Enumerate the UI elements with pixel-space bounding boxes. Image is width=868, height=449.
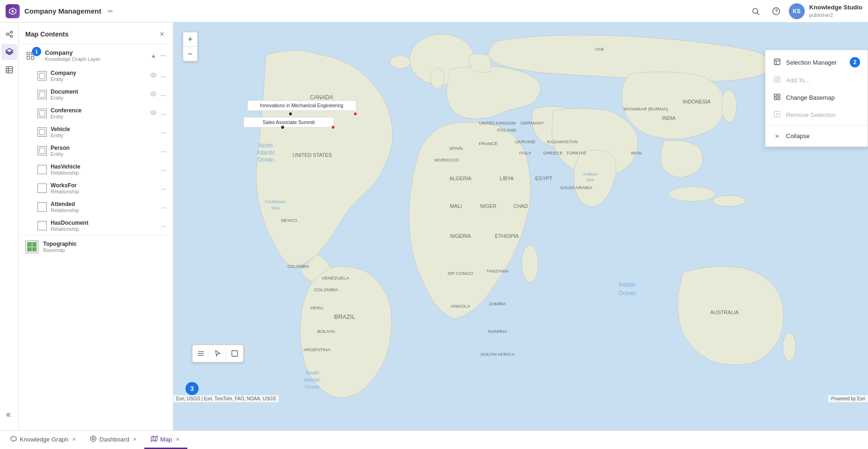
edit-title-icon[interactable]: ✏: [108, 7, 113, 15]
layer-more-button[interactable]: ···: [160, 110, 166, 118]
map-list-button[interactable]: [193, 345, 209, 362]
svg-rect-108: [774, 80, 777, 82]
svg-text:GREECE: GREECE: [543, 150, 563, 155]
dropdown-selection-manager[interactable]: Selection Manager 2: [765, 53, 868, 72]
tab-dashboard[interactable]: Dashboard ×: [83, 431, 144, 449]
basemap-icon: [25, 240, 38, 253]
tab-knowledge-graph[interactable]: Knowledge Graph ×: [4, 431, 83, 449]
svg-rect-113: [778, 97, 780, 100]
layer-icon: [37, 109, 47, 118]
svg-rect-103: [774, 59, 780, 65]
svg-marker-120: [151, 436, 157, 442]
layer-icon: [37, 221, 47, 230]
map-area[interactable]: CANADA UNITED STATES BRAZIL COLOMBIA ARG…: [173, 22, 868, 430]
svg-text:TÜRKİYE: TÜRKİYE: [566, 150, 586, 155]
layer-item-hasdocument[interactable]: HasDocument Relationship ···: [19, 216, 173, 235]
layer-item-worksfor[interactable]: WorksFor Relationship ···: [19, 179, 173, 198]
svg-point-6: [6, 33, 8, 36]
dropdown-selection-manager-label: Selection Manager: [786, 59, 837, 66]
map-rectangle-button[interactable]: [226, 345, 243, 362]
layer-info: Attended Relationship: [51, 201, 156, 213]
svg-text:Caribbean: Caribbean: [265, 199, 286, 204]
svg-point-33: [722, 90, 737, 122]
tab-dashboard-close[interactable]: ×: [132, 436, 138, 442]
svg-text:South: South: [305, 370, 319, 375]
layer-group-header[interactable]: 1 Company Knowledge Graph Layer ▲ ···: [19, 44, 173, 66]
layer-info: Conference Entity: [51, 107, 147, 119]
layer-more-button[interactable]: ···: [160, 147, 166, 155]
svg-rect-112: [774, 97, 777, 100]
layer-item-attended[interactable]: Attended Relationship ···: [19, 198, 173, 216]
tab-map[interactable]: Map ×: [144, 431, 187, 449]
svg-text:Ural: Ural: [595, 46, 604, 52]
svg-text:Sea: Sea: [586, 177, 594, 182]
layer-item-document[interactable]: Document Entity ···: [19, 85, 173, 104]
dropdown-collapse[interactable]: » Collapse: [765, 128, 868, 144]
svg-text:IRAN: IRAN: [631, 150, 642, 155]
sidebar-table-btn[interactable]: [1, 62, 17, 78]
svg-text:AUSTRALIA: AUSTRALIA: [710, 309, 739, 315]
svg-text:ANGOLA: ANGOLA: [451, 303, 470, 309]
layer-more-button[interactable]: ···: [160, 128, 166, 136]
svg-text:ALGERIA: ALGERIA: [449, 176, 472, 181]
svg-rect-18: [27, 56, 30, 59]
layer-more-button[interactable]: ···: [160, 203, 166, 211]
dropdown-remove-selection: Remove Selection: [765, 106, 868, 124]
app-title: Company Management: [24, 7, 101, 15]
layer-item-company[interactable]: Company Entity ···: [19, 66, 173, 85]
layer-visibility-toggle[interactable]: [150, 72, 156, 80]
svg-text:LIBYA: LIBYA: [500, 176, 514, 181]
add-to-icon: [773, 76, 781, 85]
layer-item-person[interactable]: Person Entity ···: [19, 141, 173, 160]
basemap-type: Basemap: [43, 247, 166, 253]
layer-more-button[interactable]: ···: [160, 184, 166, 192]
layer-more-button[interactable]: ···: [160, 91, 166, 99]
remove-selection-icon: [773, 110, 781, 119]
map-select-button[interactable]: [209, 345, 226, 362]
icon-sidebar: [0, 22, 19, 430]
basemap-item[interactable]: Topographic Basemap: [19, 236, 173, 258]
svg-point-8: [10, 35, 13, 37]
panel-close-button[interactable]: ×: [157, 29, 166, 39]
svg-text:BOLIVIA: BOLIVIA: [317, 329, 335, 334]
svg-point-98: [331, 125, 335, 129]
dropdown-collapse-label: Collapse: [786, 132, 810, 140]
dropdown-change-basemap[interactable]: Change Basemap: [765, 89, 868, 106]
sidebar-collapse-btn[interactable]: [1, 407, 17, 423]
svg-point-96: [354, 112, 357, 116]
layer-visibility-toggle[interactable]: [150, 91, 156, 98]
layer-more-button[interactable]: ···: [160, 222, 166, 230]
help-button[interactable]: [768, 3, 784, 19]
svg-rect-20: [39, 73, 45, 79]
svg-rect-22: [39, 92, 45, 97]
map-toolbar: [192, 345, 244, 362]
sidebar-connections-btn[interactable]: [1, 26, 17, 42]
svg-point-21: [153, 74, 154, 76]
user-avatar[interactable]: KS: [789, 3, 805, 19]
layer-more-button[interactable]: ···: [160, 72, 166, 80]
layer-info: HasVehicle Relationship: [51, 163, 156, 176]
dropdown-change-basemap-label: Change Basemap: [786, 94, 835, 101]
layer-more-button[interactable]: ···: [160, 166, 166, 174]
tab-knowledge-graph-close[interactable]: ×: [71, 436, 77, 442]
zoom-in-button[interactable]: +: [183, 32, 197, 46]
layer-item-hasvehicle[interactable]: HasVehicle Relationship ···: [19, 160, 173, 179]
sidebar-layers-btn[interactable]: [1, 44, 17, 60]
dashboard-tab-icon: [90, 435, 96, 443]
zoom-out-button[interactable]: −: [183, 47, 197, 61]
svg-text:Sea: Sea: [271, 205, 280, 210]
layer-visibility-toggle[interactable]: [150, 110, 156, 117]
layer-item-vehicle[interactable]: Vehicle Entity ···: [19, 123, 173, 141]
tab-map-close[interactable]: ×: [175, 436, 180, 442]
layer-group-more-button[interactable]: ···: [160, 52, 166, 60]
search-button[interactable]: [748, 3, 764, 19]
svg-text:UNITED KINGDOM: UNITED KINGDOM: [479, 121, 516, 125]
layer-item-conference[interactable]: Conference Entity ···: [19, 104, 173, 123]
svg-rect-110: [774, 94, 777, 96]
basemap-name: Topographic: [43, 241, 166, 247]
svg-text:Atlantic: Atlantic: [257, 149, 275, 156]
right-menu-badge: 2: [850, 57, 860, 67]
svg-text:NIGER: NIGER: [480, 203, 497, 209]
user-name: Knowledge Studio: [809, 4, 862, 12]
layer-icon: [37, 165, 47, 174]
